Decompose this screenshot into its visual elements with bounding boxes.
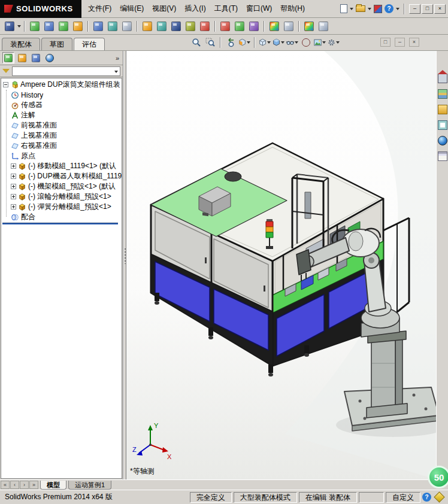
tab-motion-study-1[interactable]: 运动算例1 [68, 481, 111, 490]
display-style-button[interactable] [273, 37, 284, 48]
smart-fasteners-button[interactable] [71, 20, 84, 33]
tab-scroll-prev-button[interactable]: ‹ [10, 481, 19, 489]
design-library-icon[interactable] [438, 89, 447, 99]
tree-item-mates[interactable]: 配合 [1, 212, 122, 222]
reference-geometry-button[interactable] [155, 20, 168, 33]
tree-item-top-plane[interactable]: 上视基准面 [1, 130, 122, 141]
previous-view-button[interactable] [225, 37, 237, 48]
open-document-icon[interactable] [356, 5, 365, 12]
zoom-to-area-button[interactable] [204, 37, 216, 48]
window-maximize-button[interactable]: □ [422, 4, 433, 14]
tab-displaymanager[interactable] [44, 52, 56, 63]
tabs-overflow-chevron[interactable]: » [116, 54, 120, 62]
view-pin-button[interactable] [3, 20, 16, 33]
window-minimize-button[interactable]: – [409, 4, 420, 14]
edit-appearance-viewport-button[interactable] [300, 37, 312, 48]
section-view-button[interactable] [238, 37, 250, 48]
edit-appearance-button[interactable] [302, 20, 316, 33]
collapse-toggle[interactable] [3, 82, 8, 87]
show-hidden-components-button[interactable] [120, 20, 134, 33]
exploded-view-button[interactable] [198, 20, 211, 33]
tree-item-sensors[interactable]: 传感器 [1, 100, 122, 110]
tab-scroll-next-button[interactable]: › [20, 481, 29, 489]
display-style-dropdown-icon[interactable] [281, 41, 284, 44]
tree-item-history[interactable]: History [1, 90, 122, 100]
tree-filter-input[interactable] [12, 66, 120, 76]
window-close-button[interactable]: × [434, 4, 446, 14]
menu-view[interactable]: 视图(V) [148, 1, 180, 16]
mate-button[interactable] [43, 20, 56, 33]
tree-item-component-2[interactable]: (-) DUP機器人取料模組_1119 [1, 171, 122, 181]
hide-show-items-button[interactable] [286, 37, 298, 48]
tab-sketch[interactable]: 草图 [41, 38, 72, 50]
status-custom[interactable]: 自定义 [386, 492, 420, 503]
expand-toggle[interactable] [11, 163, 16, 169]
apply-scene-button[interactable] [317, 20, 330, 33]
expand-toggle[interactable] [11, 184, 16, 189]
new-document-icon[interactable] [340, 4, 347, 13]
expand-toggle[interactable] [11, 204, 16, 210]
interference-detection-button[interactable] [219, 20, 232, 33]
status-help-icon[interactable]: ? [422, 493, 431, 502]
rotate-component-button[interactable] [106, 20, 119, 33]
viewport-3d-scene[interactable] [126, 51, 436, 479]
solidworks-resources-icon[interactable] [438, 74, 447, 83]
expand-toggle[interactable] [11, 174, 16, 179]
tab-evaluate[interactable]: 评估 [74, 38, 105, 50]
document-minimize-button[interactable]: – [395, 38, 405, 47]
performance-evaluation-button[interactable] [282, 20, 295, 33]
tab-configurationmanager[interactable] [30, 52, 42, 63]
view-palette-icon[interactable] [438, 120, 447, 130]
tree-item-root[interactable]: Ampere DUP滚筒支架组件组装 (默认 [1, 80, 122, 90]
view-settings-button[interactable] [328, 37, 340, 48]
menu-insert[interactable]: 插入(I) [180, 1, 210, 16]
apply-scene-viewport-button[interactable] [314, 37, 326, 48]
assembly-features-button[interactable] [141, 20, 154, 33]
new-document-dropdown-icon[interactable] [350, 8, 353, 10]
filter-dropdown-icon[interactable] [114, 71, 118, 73]
tree-item-component-1[interactable]: (-) 移動模組_1119<1> (默认 [1, 161, 122, 171]
overlay-counter-badge[interactable]: 50 [428, 466, 448, 488]
help-dropdown-icon[interactable] [396, 8, 399, 10]
view-orientation-button[interactable] [259, 37, 271, 48]
menu-edit[interactable]: 编辑(E) [116, 1, 148, 16]
open-document-dropdown-icon[interactable] [368, 8, 371, 10]
tree-item-component-5[interactable]: (-) 彈簧分離模組_預設<1> [1, 202, 122, 212]
move-component-button[interactable] [92, 20, 105, 33]
solidworks-file-icon[interactable] [374, 5, 382, 13]
tree-item-right-plane[interactable]: 右视基准面 [1, 141, 122, 151]
hide-show-items-dropdown-icon[interactable] [295, 41, 298, 44]
tab-scroll-last-button[interactable]: » [29, 481, 38, 489]
filter-funnel-icon[interactable] [2, 69, 10, 73]
tab-model[interactable]: 模型 [40, 481, 66, 490]
tab-scroll-first-button[interactable]: « [1, 481, 10, 489]
view-settings-dropdown-icon[interactable] [336, 41, 340, 44]
tab-propertymanager[interactable] [16, 52, 28, 63]
view-pin-dropdown-icon[interactable] [17, 25, 21, 28]
menu-file[interactable]: 文件(F) [84, 1, 116, 16]
appearances-scenes-icon[interactable] [438, 136, 447, 145]
apply-scene-dropdown-icon[interactable] [322, 41, 326, 44]
menu-window[interactable]: 窗口(W) [242, 1, 276, 16]
tree-item-component-4[interactable]: (-) 滾輪分離模組_預設<1> [1, 192, 122, 202]
menu-help[interactable]: 帮助(H) [276, 1, 309, 16]
insert-components-button[interactable] [28, 20, 41, 33]
menu-tools[interactable]: 工具(T) [210, 1, 242, 16]
linear-component-pattern-button[interactable] [57, 20, 70, 33]
document-close-button[interactable]: × [409, 38, 419, 47]
tree-item-origin[interactable]: 原点 [1, 151, 122, 161]
view-orientation-dropdown-icon[interactable] [267, 41, 271, 44]
status-gem-icon[interactable] [434, 491, 444, 502]
file-explorer-icon[interactable] [438, 105, 447, 114]
section-view-dropdown-icon[interactable] [247, 41, 250, 44]
bill-of-materials-button[interactable] [184, 20, 197, 33]
zoom-to-fit-button[interactable] [190, 37, 202, 48]
tree-item-component-3[interactable]: (-) 機架模組_預設<1> (默认 [1, 181, 122, 192]
help-icon[interactable]: ? [385, 4, 393, 13]
custom-properties-icon[interactable] [438, 151, 447, 161]
hole-alignment-button[interactable] [247, 20, 261, 33]
expand-toggle[interactable] [11, 194, 16, 199]
tab-featuremanager-design-tree[interactable] [2, 52, 14, 63]
clearance-verification-button[interactable] [233, 20, 246, 33]
robot-pedestal[interactable] [367, 331, 407, 418]
